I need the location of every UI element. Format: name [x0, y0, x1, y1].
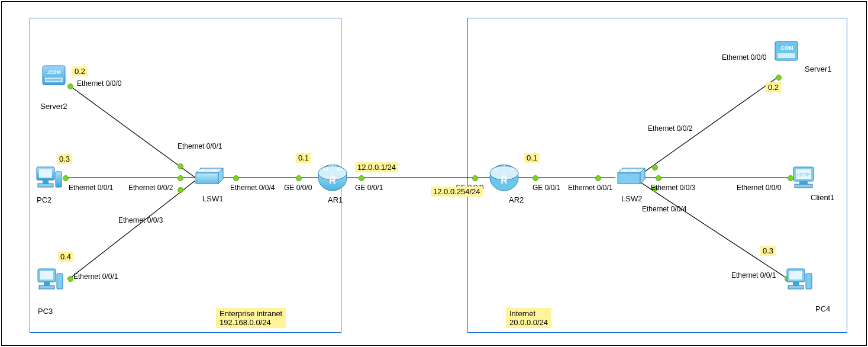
device-ar2-label: AR2 [509, 195, 524, 204]
endpoint-dot [67, 276, 73, 282]
device-ar2[interactable]: R [488, 161, 521, 194]
device-ar1-label: AR1 [328, 195, 343, 204]
svg-rect-37 [777, 53, 795, 58]
device-server2[interactable]: .COM [40, 62, 67, 89]
ar1-wan-ip: 12.0.0.1/24 [355, 163, 398, 172]
endpoint-dot [472, 175, 478, 181]
endpoint-dot [595, 175, 601, 181]
svg-rect-17 [56, 172, 62, 187]
lsw2-e002: Ethernet 0/0/2 [648, 124, 692, 133]
device-pc4[interactable] [785, 265, 814, 295]
svg-rect-46 [788, 285, 804, 289]
pc2-ip: 0.3 [57, 155, 72, 163]
svg-rect-19 [40, 271, 53, 279]
pc2-iface: Ethernet 0/0/1 [69, 184, 113, 192]
server1-iface: Ethernet 0/0/0 [722, 53, 766, 62]
svg-rect-16 [38, 184, 53, 187]
svg-rect-45 [793, 282, 799, 285]
lsw2-e003: Ethernet 0/0/3 [651, 184, 695, 192]
endpoint-dot [656, 175, 662, 181]
router-icon: R [488, 161, 521, 194]
pc-icon [785, 265, 814, 295]
device-ar1[interactable]: R [316, 161, 349, 194]
router-icon: R [316, 161, 349, 194]
ar1-ip: 0.1 [296, 153, 311, 162]
endpoint-dot [178, 163, 183, 169]
server-icon: .COM [773, 38, 800, 65]
pc3-ip: 0.4 [58, 252, 73, 261]
lsw1-e002: Ethernet 0/0/2 [128, 184, 173, 192]
device-pc3-label: PC3 [38, 307, 53, 316]
svg-rect-14 [39, 169, 52, 178]
device-lsw2[interactable] [614, 165, 646, 188]
device-pc2-label: PC2 [37, 195, 51, 204]
device-server1[interactable]: .COM [773, 38, 800, 65]
svg-rect-15 [43, 180, 49, 184]
pc3-iface: Ethernet 0/0/1 [73, 272, 118, 281]
endpoint-dot [296, 175, 302, 181]
endpoint-dot [67, 83, 73, 89]
svg-rect-22 [57, 274, 63, 289]
zone-internet-label: Internet 20.0.0.0/24 [506, 308, 551, 328]
device-lsw1[interactable] [192, 165, 224, 188]
lsw2-e001: Ethernet 0/0/1 [568, 184, 612, 192]
pc-icon [36, 265, 65, 295]
device-pc4-label: PC4 [815, 304, 830, 313]
svg-text:.COM: .COM [47, 69, 61, 75]
lsw1-e001: Ethernet 0/0/1 [178, 142, 222, 150]
lsw2-e004: Ethernet 0/0/4 [642, 205, 686, 213]
endpoint-dot [178, 175, 183, 181]
ar2-ip: 0.1 [524, 153, 540, 162]
svg-rect-47 [806, 274, 812, 289]
svg-rect-41 [799, 181, 808, 184]
endpoint-dot [533, 175, 538, 181]
svg-rect-21 [39, 285, 54, 289]
device-server1-label: Server1 [805, 65, 832, 73]
device-pc2[interactable] [34, 163, 64, 193]
ar2-ge001: GE 0/0/1 [533, 184, 560, 192]
pc-icon [34, 163, 64, 193]
zone-enterprise [30, 18, 341, 333]
svg-text:.COM: .COM [779, 45, 793, 51]
ar2-wan-ip: 12.0.0.254/24 [431, 187, 483, 196]
device-server2-label: Server2 [40, 102, 67, 111]
client1-iface: Ethernet 0/0/0 [737, 184, 781, 192]
endpoint-dot [652, 165, 658, 171]
device-lsw1-label: LSW1 [202, 194, 223, 203]
svg-rect-42 [795, 184, 812, 188]
client-icon: HTTP [790, 163, 822, 191]
lsw1-e003: Ethernet 0/0/3 [118, 216, 163, 224]
server-icon: .COM [40, 62, 67, 89]
ar1-ge000: GE 0/0/0 [284, 184, 312, 192]
server2-ip: 0.2 [72, 67, 88, 76]
svg-rect-33 [618, 173, 640, 184]
device-pc3[interactable] [36, 265, 65, 295]
endpoint-dot [233, 175, 239, 181]
svg-rect-24 [196, 173, 218, 184]
svg-rect-44 [789, 271, 802, 279]
device-client1-label: Client1 [811, 193, 834, 202]
pc4-ip: 0.3 [760, 246, 776, 255]
endpoint-dot [359, 175, 364, 181]
network-topology-canvas: { "zones": { "left": { "title": "Enterpr… [0, 0, 868, 347]
svg-text:HTTP: HTTP [798, 172, 810, 178]
zone-enterprise-label: Enterprise intranet 192.168.0.0/24 [216, 308, 286, 328]
lsw1-e004: Ethernet 0/0/4 [230, 184, 275, 192]
ar1-ge001: GE 0/0/1 [355, 184, 383, 192]
device-client1[interactable]: HTTP [790, 163, 822, 191]
pc4-iface: Ethernet 0/0/1 [731, 271, 776, 279]
server1-ip: 0.2 [766, 83, 781, 92]
endpoint-dot [776, 75, 782, 81]
endpoint-dot [178, 187, 183, 193]
switch-icon [192, 165, 224, 188]
device-lsw2-label: LSW2 [621, 194, 642, 203]
svg-rect-20 [44, 282, 50, 285]
server2-iface: Ethernet 0/0/0 [77, 79, 121, 88]
switch-icon [614, 165, 646, 188]
svg-text:R: R [329, 175, 336, 185]
svg-text:R: R [501, 175, 508, 185]
